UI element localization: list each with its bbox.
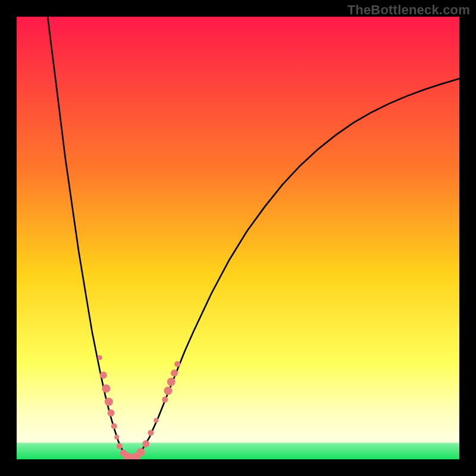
data-marker [111, 423, 117, 429]
data-marker [102, 384, 110, 393]
curve-markers [98, 355, 180, 459]
data-marker [117, 443, 123, 449]
watermark-text: TheBottleneck.com [347, 2, 470, 18]
data-marker [105, 397, 113, 406]
data-marker [174, 361, 180, 367]
data-marker [100, 372, 107, 379]
data-marker [171, 369, 178, 377]
bottleneck-curve [48, 17, 459, 459]
data-marker [148, 430, 154, 436]
data-marker [114, 435, 119, 440]
data-marker [154, 418, 158, 423]
data-marker [162, 397, 168, 403]
data-marker [142, 440, 149, 447]
data-marker [164, 387, 172, 395]
data-marker [98, 355, 102, 360]
data-marker [108, 409, 115, 416]
chart-frame: TheBottleneck.com [0, 0, 476, 476]
data-marker [167, 378, 176, 386]
chart-svg [17, 17, 459, 459]
plot-area [17, 17, 459, 459]
data-marker [136, 448, 145, 456]
